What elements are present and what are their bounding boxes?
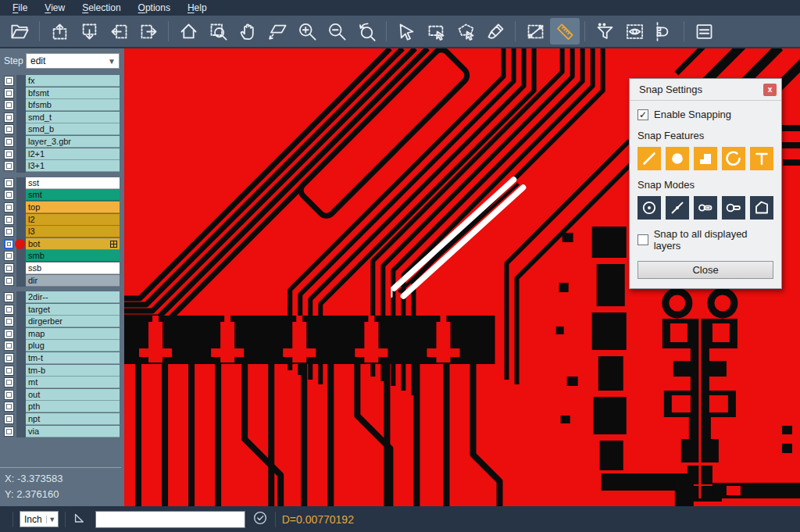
layer-checkbox[interactable] [4, 190, 14, 200]
layer-label[interactable]: l2 [26, 214, 120, 226]
layer-row[interactable]: l3+1 [0, 160, 124, 173]
zoom-previous-button[interactable] [352, 18, 381, 45]
home-view-button[interactable] [173, 18, 203, 45]
move-view-right-button[interactable] [134, 18, 163, 45]
step-select[interactable]: edit ▼ [26, 53, 120, 69]
layer-row[interactable]: ssb [0, 262, 124, 275]
layer-row[interactable]: pth [0, 401, 124, 413]
command-input[interactable] [95, 511, 245, 528]
layer-row[interactable]: l2+1 [0, 148, 124, 161]
close-button[interactable]: Close [638, 261, 773, 279]
layer-checkbox[interactable] [4, 88, 14, 98]
menu-view[interactable]: View [37, 1, 73, 15]
layer-row[interactable]: l3 [0, 226, 124, 238]
layer-checkbox[interactable] [4, 390, 14, 400]
snap-feature-surface-button[interactable] [694, 147, 717, 170]
layer-label[interactable]: top [26, 202, 120, 213]
menu-help[interactable]: Help [180, 1, 215, 15]
layer-checkbox[interactable] [4, 292, 14, 302]
layer-checkbox[interactable] [4, 353, 14, 363]
layer-row[interactable]: layer_3.gbr [0, 136, 124, 148]
pan-hand-button[interactable] [233, 18, 262, 45]
layer-row[interactable]: smd_b [0, 123, 124, 136]
layer-row[interactable]: bfsmb [0, 99, 124, 112]
layer-checkbox[interactable] [4, 276, 14, 286]
select-polygon-button[interactable] [451, 18, 480, 45]
layer-label[interactable]: smd_b [26, 123, 120, 135]
layer-label[interactable]: sst [26, 177, 120, 189]
dialog-title-bar[interactable]: Snap Settings x [630, 79, 781, 101]
layer-checkbox[interactable] [4, 100, 14, 110]
layer-row[interactable]: dir [0, 275, 124, 287]
layer-label[interactable]: l3+1 [26, 160, 120, 172]
layer-label[interactable]: layer_3.gbr [26, 136, 120, 148]
layer-label[interactable]: ssb [26, 262, 120, 274]
layer-row[interactable]: target [0, 304, 124, 316]
layer-row[interactable]: tm-t [0, 352, 124, 365]
layer-row[interactable]: npt [0, 413, 124, 426]
layer-label[interactable]: bot [26, 238, 120, 250]
layer-row[interactable]: 2dir-- [0, 291, 124, 304]
log-panel-button[interactable] [689, 18, 719, 45]
paint-brush-button[interactable] [480, 18, 510, 45]
layer-label[interactable]: bfsmb [26, 99, 120, 111]
layer-label[interactable]: npt [26, 413, 120, 425]
layer-label[interactable]: bfsmt [26, 87, 120, 99]
snap-feature-text-button[interactable] [750, 147, 773, 170]
unit-select[interactable]: Inch ▼ [20, 511, 59, 527]
move-view-up-button[interactable] [45, 18, 74, 45]
enable-snapping-checkbox[interactable]: ✓ [638, 109, 648, 120]
measure-distance-button[interactable] [520, 18, 550, 45]
layer-label[interactable]: dir [26, 275, 120, 287]
open-folder-button[interactable] [5, 18, 34, 45]
all-layers-checkbox[interactable] [638, 234, 648, 245]
layer-row[interactable]: bfsmt [0, 87, 124, 100]
layer-row[interactable]: mt [0, 377, 124, 389]
move-view-left-button[interactable] [104, 18, 134, 45]
layer-row[interactable]: smd_t [0, 112, 124, 124]
layer-label[interactable]: via [26, 426, 120, 437]
layer-row[interactable]: smb [0, 250, 124, 262]
layer-checkbox[interactable] [4, 402, 14, 412]
layer-checkbox[interactable] [4, 341, 14, 351]
layer-checkbox[interactable] [4, 215, 14, 225]
apply-check-icon[interactable] [252, 509, 269, 530]
layer-checkbox[interactable] [4, 366, 14, 376]
layer-row[interactable]: bot [0, 238, 124, 251]
menu-options[interactable]: Options [130, 1, 178, 15]
menu-file[interactable]: File [5, 1, 35, 15]
layer-checkbox[interactable] [4, 305, 14, 315]
zoom-out-button[interactable] [322, 18, 352, 45]
snap-mode-midpoint-button[interactable] [666, 196, 689, 220]
layer-checkbox[interactable] [4, 414, 14, 424]
snap-button[interactable] [649, 18, 679, 45]
ruler-button[interactable] [550, 18, 580, 45]
layer-label[interactable]: smd_t [26, 112, 120, 123]
layer-row[interactable]: via [0, 426, 124, 438]
angle-corner-icon[interactable] [72, 509, 89, 530]
snap-feature-line-button[interactable] [638, 147, 661, 170]
layer-checkbox[interactable] [4, 329, 14, 339]
layer-label[interactable]: map [26, 328, 120, 340]
layer-checkbox[interactable] [4, 239, 14, 249]
layer-row[interactable]: top [0, 202, 124, 214]
layer-checkbox[interactable] [4, 427, 14, 437]
layer-row[interactable]: tm-b [0, 365, 124, 377]
snap-mode-slot-end-button[interactable] [694, 196, 717, 220]
snap-feature-pad-button[interactable] [666, 147, 689, 170]
layer-row[interactable]: l2 [0, 214, 124, 227]
move-view-down-button[interactable] [74, 18, 104, 45]
layer-row[interactable]: sst [0, 177, 124, 190]
layer-label[interactable]: fx [26, 75, 120, 87]
layer-checkbox[interactable] [4, 149, 14, 159]
layer-label[interactable]: l2+1 [26, 148, 120, 160]
close-icon[interactable]: x [763, 84, 777, 96]
layer-label[interactable]: out [26, 389, 120, 401]
layer-label[interactable]: smb [26, 250, 120, 262]
layer-checkbox[interactable] [4, 227, 14, 237]
layer-label[interactable]: target [26, 304, 120, 316]
snap-mode-slot-start-button[interactable] [722, 196, 745, 220]
layer-checkbox[interactable] [4, 137, 14, 147]
layer-row[interactable]: fx [0, 75, 124, 87]
layer-checkbox[interactable] [4, 112, 14, 123]
